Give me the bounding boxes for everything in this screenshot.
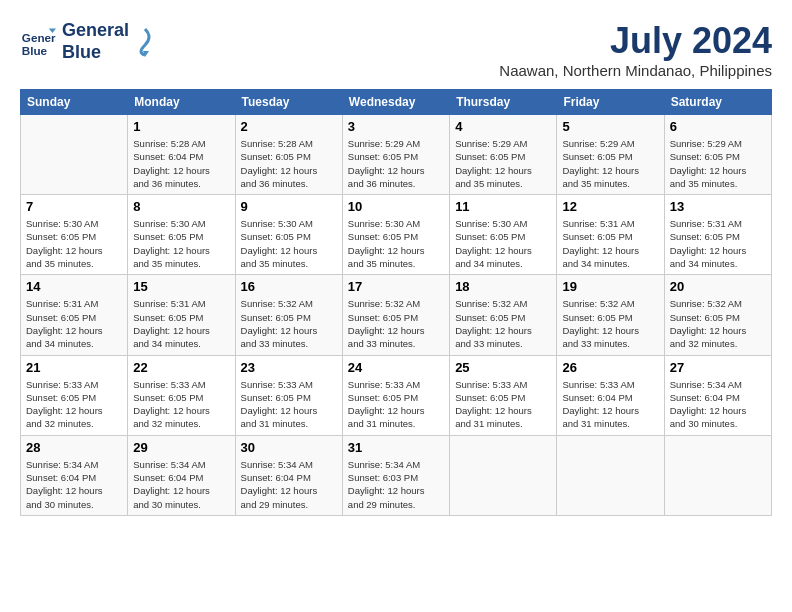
- day-number: 10: [348, 199, 444, 214]
- day-info: Sunrise: 5:30 AM Sunset: 6:05 PM Dayligh…: [241, 217, 337, 270]
- calendar-cell: 16Sunrise: 5:32 AM Sunset: 6:05 PM Dayli…: [235, 275, 342, 355]
- day-number: 26: [562, 360, 658, 375]
- day-info: Sunrise: 5:31 AM Sunset: 6:05 PM Dayligh…: [670, 217, 766, 270]
- logo-blue: Blue: [62, 42, 129, 64]
- day-info: Sunrise: 5:33 AM Sunset: 6:05 PM Dayligh…: [455, 378, 551, 431]
- calendar-cell: 2Sunrise: 5:28 AM Sunset: 6:05 PM Daylig…: [235, 115, 342, 195]
- calendar-cell: 8Sunrise: 5:30 AM Sunset: 6:05 PM Daylig…: [128, 195, 235, 275]
- day-info: Sunrise: 5:29 AM Sunset: 6:05 PM Dayligh…: [562, 137, 658, 190]
- day-info: Sunrise: 5:32 AM Sunset: 6:05 PM Dayligh…: [670, 297, 766, 350]
- calendar-cell: 14Sunrise: 5:31 AM Sunset: 6:05 PM Dayli…: [21, 275, 128, 355]
- day-number: 12: [562, 199, 658, 214]
- day-info: Sunrise: 5:30 AM Sunset: 6:05 PM Dayligh…: [133, 217, 229, 270]
- calendar-cell: 24Sunrise: 5:33 AM Sunset: 6:05 PM Dayli…: [342, 355, 449, 435]
- day-number: 14: [26, 279, 122, 294]
- day-number: 31: [348, 440, 444, 455]
- day-number: 1: [133, 119, 229, 134]
- page-header: General Blue General Blue July 2024 Naaw…: [20, 20, 772, 79]
- weekday-header-row: SundayMondayTuesdayWednesdayThursdayFrid…: [21, 90, 772, 115]
- day-number: 16: [241, 279, 337, 294]
- day-info: Sunrise: 5:28 AM Sunset: 6:05 PM Dayligh…: [241, 137, 337, 190]
- day-number: 22: [133, 360, 229, 375]
- calendar-cell: 13Sunrise: 5:31 AM Sunset: 6:05 PM Dayli…: [664, 195, 771, 275]
- day-number: 19: [562, 279, 658, 294]
- svg-text:Blue: Blue: [22, 43, 48, 56]
- weekday-header-friday: Friday: [557, 90, 664, 115]
- day-info: Sunrise: 5:29 AM Sunset: 6:05 PM Dayligh…: [455, 137, 551, 190]
- day-number: 6: [670, 119, 766, 134]
- calendar-cell: 29Sunrise: 5:34 AM Sunset: 6:04 PM Dayli…: [128, 435, 235, 515]
- day-number: 7: [26, 199, 122, 214]
- calendar-cell: 19Sunrise: 5:32 AM Sunset: 6:05 PM Dayli…: [557, 275, 664, 355]
- calendar-cell: [557, 435, 664, 515]
- logo-general: General: [62, 20, 129, 42]
- calendar-cell: 25Sunrise: 5:33 AM Sunset: 6:05 PM Dayli…: [450, 355, 557, 435]
- day-number: 27: [670, 360, 766, 375]
- calendar-cell: 11Sunrise: 5:30 AM Sunset: 6:05 PM Dayli…: [450, 195, 557, 275]
- calendar-cell: [664, 435, 771, 515]
- title-block: July 2024 Naawan, Northern Mindanao, Phi…: [499, 20, 772, 79]
- calendar-cell: 26Sunrise: 5:33 AM Sunset: 6:04 PM Dayli…: [557, 355, 664, 435]
- calendar-week-row: 14Sunrise: 5:31 AM Sunset: 6:05 PM Dayli…: [21, 275, 772, 355]
- day-number: 24: [348, 360, 444, 375]
- calendar-week-row: 7Sunrise: 5:30 AM Sunset: 6:05 PM Daylig…: [21, 195, 772, 275]
- location-subtitle: Naawan, Northern Mindanao, Philippines: [499, 62, 772, 79]
- calendar-cell: [21, 115, 128, 195]
- day-number: 25: [455, 360, 551, 375]
- calendar-cell: 5Sunrise: 5:29 AM Sunset: 6:05 PM Daylig…: [557, 115, 664, 195]
- day-info: Sunrise: 5:34 AM Sunset: 6:04 PM Dayligh…: [26, 458, 122, 511]
- day-number: 30: [241, 440, 337, 455]
- calendar-cell: 10Sunrise: 5:30 AM Sunset: 6:05 PM Dayli…: [342, 195, 449, 275]
- calendar-cell: 18Sunrise: 5:32 AM Sunset: 6:05 PM Dayli…: [450, 275, 557, 355]
- calendar-cell: 6Sunrise: 5:29 AM Sunset: 6:05 PM Daylig…: [664, 115, 771, 195]
- day-info: Sunrise: 5:29 AM Sunset: 6:05 PM Dayligh…: [348, 137, 444, 190]
- weekday-header-thursday: Thursday: [450, 90, 557, 115]
- day-info: Sunrise: 5:31 AM Sunset: 6:05 PM Dayligh…: [133, 297, 229, 350]
- day-info: Sunrise: 5:30 AM Sunset: 6:05 PM Dayligh…: [26, 217, 122, 270]
- calendar-cell: 4Sunrise: 5:29 AM Sunset: 6:05 PM Daylig…: [450, 115, 557, 195]
- calendar-cell: 7Sunrise: 5:30 AM Sunset: 6:05 PM Daylig…: [21, 195, 128, 275]
- day-number: 23: [241, 360, 337, 375]
- weekday-header-saturday: Saturday: [664, 90, 771, 115]
- day-info: Sunrise: 5:34 AM Sunset: 6:03 PM Dayligh…: [348, 458, 444, 511]
- day-info: Sunrise: 5:34 AM Sunset: 6:04 PM Dayligh…: [241, 458, 337, 511]
- day-number: 5: [562, 119, 658, 134]
- calendar-cell: [450, 435, 557, 515]
- logo-wave-icon: [135, 27, 155, 57]
- day-info: Sunrise: 5:31 AM Sunset: 6:05 PM Dayligh…: [562, 217, 658, 270]
- calendar-week-row: 21Sunrise: 5:33 AM Sunset: 6:05 PM Dayli…: [21, 355, 772, 435]
- weekday-header-wednesday: Wednesday: [342, 90, 449, 115]
- calendar-cell: 12Sunrise: 5:31 AM Sunset: 6:05 PM Dayli…: [557, 195, 664, 275]
- day-number: 17: [348, 279, 444, 294]
- day-info: Sunrise: 5:30 AM Sunset: 6:05 PM Dayligh…: [348, 217, 444, 270]
- calendar-cell: 15Sunrise: 5:31 AM Sunset: 6:05 PM Dayli…: [128, 275, 235, 355]
- month-year-title: July 2024: [499, 20, 772, 62]
- calendar-cell: 23Sunrise: 5:33 AM Sunset: 6:05 PM Dayli…: [235, 355, 342, 435]
- day-number: 15: [133, 279, 229, 294]
- calendar-cell: 9Sunrise: 5:30 AM Sunset: 6:05 PM Daylig…: [235, 195, 342, 275]
- day-number: 9: [241, 199, 337, 214]
- day-info: Sunrise: 5:33 AM Sunset: 6:05 PM Dayligh…: [348, 378, 444, 431]
- day-number: 29: [133, 440, 229, 455]
- day-info: Sunrise: 5:34 AM Sunset: 6:04 PM Dayligh…: [670, 378, 766, 431]
- calendar-cell: 1Sunrise: 5:28 AM Sunset: 6:04 PM Daylig…: [128, 115, 235, 195]
- day-info: Sunrise: 5:32 AM Sunset: 6:05 PM Dayligh…: [348, 297, 444, 350]
- day-number: 2: [241, 119, 337, 134]
- calendar-cell: 28Sunrise: 5:34 AM Sunset: 6:04 PM Dayli…: [21, 435, 128, 515]
- calendar-cell: 22Sunrise: 5:33 AM Sunset: 6:05 PM Dayli…: [128, 355, 235, 435]
- day-info: Sunrise: 5:33 AM Sunset: 6:05 PM Dayligh…: [133, 378, 229, 431]
- day-info: Sunrise: 5:28 AM Sunset: 6:04 PM Dayligh…: [133, 137, 229, 190]
- calendar-cell: 31Sunrise: 5:34 AM Sunset: 6:03 PM Dayli…: [342, 435, 449, 515]
- calendar-cell: 21Sunrise: 5:33 AM Sunset: 6:05 PM Dayli…: [21, 355, 128, 435]
- day-number: 13: [670, 199, 766, 214]
- weekday-header-tuesday: Tuesday: [235, 90, 342, 115]
- day-number: 20: [670, 279, 766, 294]
- calendar-cell: 17Sunrise: 5:32 AM Sunset: 6:05 PM Dayli…: [342, 275, 449, 355]
- calendar-cell: 30Sunrise: 5:34 AM Sunset: 6:04 PM Dayli…: [235, 435, 342, 515]
- calendar-table: SundayMondayTuesdayWednesdayThursdayFrid…: [20, 89, 772, 516]
- day-number: 18: [455, 279, 551, 294]
- logo-icon: General Blue: [20, 24, 56, 60]
- calendar-cell: 20Sunrise: 5:32 AM Sunset: 6:05 PM Dayli…: [664, 275, 771, 355]
- day-info: Sunrise: 5:34 AM Sunset: 6:04 PM Dayligh…: [133, 458, 229, 511]
- calendar-week-row: 1Sunrise: 5:28 AM Sunset: 6:04 PM Daylig…: [21, 115, 772, 195]
